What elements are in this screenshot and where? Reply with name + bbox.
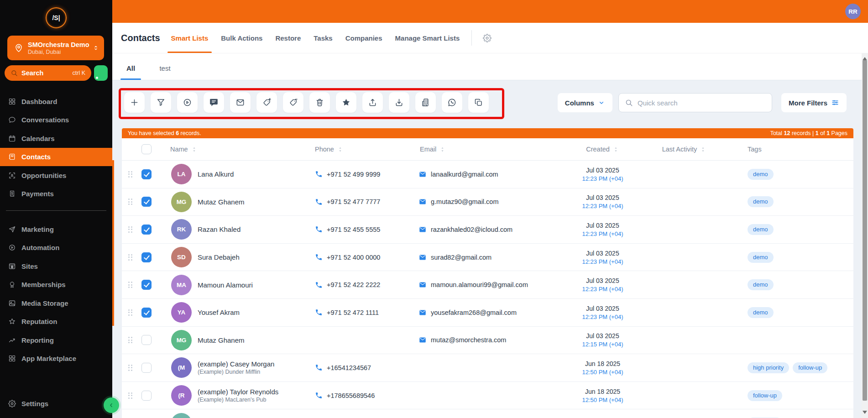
sidebar-item-reporting[interactable]: Reporting [0,331,112,350]
contact-name[interactable]: Sura Debajeh [198,253,240,261]
quick-search-input[interactable] [638,99,766,107]
sort-icon[interactable] [191,146,198,153]
sidebar-item-calendars[interactable]: Calendars [0,129,112,148]
drag-handle-icon[interactable] [128,392,132,399]
add-to-automation-button[interactable] [177,92,198,113]
contact-name[interactable]: Mamoun Alamouri [198,281,253,289]
drag-handle-icon[interactable] [128,337,132,343]
table-row[interactable]: LALana Alkurd+971 52 499 9999lanaalkurd@… [122,161,853,188]
column-header-email[interactable]: Email [418,146,571,153]
sidebar-item-dashboard[interactable]: Dashboard [0,92,112,111]
sidebar-item-reputation[interactable]: Reputation [0,313,112,331]
import-contacts-button[interactable] [362,92,383,113]
more-filters-button[interactable]: More Filters [781,93,847,112]
select-all-checkbox[interactable] [138,144,155,154]
sidebar-item-memberships[interactable]: Memberships [0,276,112,294]
scroll-thumb[interactable] [863,60,867,401]
sort-icon[interactable] [700,146,706,153]
drag-handle-icon[interactable] [128,226,132,233]
row-checkbox[interactable] [141,280,152,290]
remove-tag-button[interactable] [283,92,303,113]
table-row[interactable]: MGMutaz Ghanemmutaz@smorchestra.comJul 0… [122,327,853,355]
scroll-up-arrow[interactable] [863,55,867,60]
sort-icon[interactable] [439,146,446,153]
row-checkbox[interactable] [141,197,152,207]
tab-manage-smart-lists[interactable]: Manage Smart Lists [395,23,460,53]
quick-action-button[interactable] [94,65,108,81]
sidebar-item-sites[interactable]: Sites [0,257,112,276]
send-sms-button[interactable] [204,92,224,113]
drag-handle-icon[interactable] [128,171,132,178]
sidebar-search[interactable]: Search ctrl K [5,65,91,81]
sidebar-item-settings[interactable]: Settings [0,395,112,413]
merge-contacts-button[interactable] [468,92,489,113]
sidebar-item-conversations[interactable]: Conversations [0,111,112,130]
sort-icon[interactable] [337,146,344,153]
table-row[interactable]: (J(example) Jordan SmithJun 18 2025follo… [122,409,853,418]
contact-name[interactable]: Lana Alkurd [198,170,234,178]
send-email-button[interactable] [230,92,251,113]
row-checkbox[interactable] [141,225,152,235]
row-checkbox[interactable] [141,391,152,401]
table-row[interactable]: MAMamoun Alamouri+971 52 422 2222mamoun.… [122,271,853,299]
sidebar-item-payments[interactable]: Payments [0,185,112,204]
contact-name[interactable]: (example) Taylor Reynolds [198,388,278,396]
list-tab-all[interactable]: All [120,64,141,80]
sidebar-item-media-storage[interactable]: Media Storage [0,294,112,313]
contact-name[interactable]: (example) Casey Morgan [198,360,274,368]
tab-bulk-actions[interactable]: Bulk Actions [221,23,262,53]
tab-smart-lists[interactable]: Smart Lists [171,23,209,53]
add-contact-button[interactable] [124,92,145,113]
table-row[interactable]: SDSura Debajeh+971 52 400 0000surad82@gm… [122,244,853,272]
sidebar-item-contacts[interactable]: Contacts [0,148,112,167]
row-checkbox[interactable] [141,335,152,345]
tab-tasks[interactable]: Tasks [314,23,332,53]
delete-button[interactable] [309,92,330,113]
tab-companies[interactable]: Companies [345,23,382,53]
contact-name[interactable]: Yousef Akram [198,308,240,316]
filter-button[interactable] [151,92,171,113]
row-checkbox[interactable] [141,363,152,373]
table-row[interactable]: (M(example) Casey Morgan(Example) Dunder… [122,354,853,382]
contact-name[interactable]: Mutaz Ghanem [198,336,245,344]
scroll-down-arrow[interactable] [863,411,867,416]
row-checkbox[interactable] [141,252,152,262]
add-to-company-button[interactable] [415,92,436,113]
column-header-created[interactable]: Created [571,146,634,153]
add-tag-button[interactable] [256,92,277,113]
table-row[interactable]: MGMutaz Ghanem+971 52 477 7777g.mutaz90@… [122,188,853,216]
sidebar-item-app-marketplace[interactable]: App Marketplace [0,350,112,368]
created-time: 12:23 PM (+04) [582,258,623,265]
list-tab-test[interactable]: test [155,64,175,80]
column-header-phone[interactable]: Phone [315,146,418,153]
table-row[interactable]: (R(example) Taylor Reynolds(Example) Mac… [122,382,853,410]
drag-handle-icon[interactable] [128,254,132,261]
tab-restore[interactable]: Restore [275,23,301,53]
scrollbar[interactable] [862,53,868,418]
row-checkbox[interactable] [141,308,152,318]
table-row[interactable]: RKRazan Khaled+971 52 455 5555razankhale… [122,216,853,244]
add-to-favorites-button[interactable] [336,92,356,113]
drag-handle-icon[interactable] [128,309,132,316]
sidebar-item-automation[interactable]: Automation [0,239,112,257]
smartlist-settings-gear-icon[interactable] [483,34,492,42]
drag-handle-icon[interactable] [128,365,132,371]
contact-name[interactable]: Razan Khaled [198,225,241,233]
user-avatar[interactable]: RR [845,4,861,19]
column-header-tags[interactable]: Tags [735,146,853,153]
row-checkbox[interactable] [141,169,152,179]
drag-handle-icon[interactable] [128,199,132,205]
columns-dropdown[interactable]: Columns [558,93,612,112]
column-header-name[interactable]: Name [155,146,315,153]
sidebar-item-opportunities[interactable]: Opportunities [0,166,112,185]
contact-name[interactable]: Mutaz Ghanem [198,198,245,206]
table-row[interactable]: YAYousef Akram+971 52 472 1111yousefakra… [122,299,853,327]
sidebar-item-marketing[interactable]: Marketing [0,220,112,239]
export-contacts-button[interactable] [389,92,409,113]
column-header-last-activity[interactable]: Last Activity [634,146,735,153]
whatsapp-button[interactable] [442,92,462,113]
drag-handle-icon[interactable] [128,282,132,288]
account-switcher[interactable]: SMOrchestra Demo Dubai, Dubai [7,36,104,60]
sidebar-collapse-button[interactable] [104,397,119,413]
sort-icon[interactable] [612,146,619,153]
